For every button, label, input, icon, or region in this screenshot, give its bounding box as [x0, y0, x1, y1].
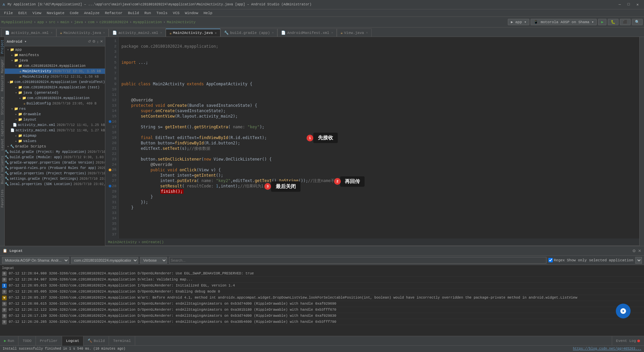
- java-dir[interactable]: java: [74, 20, 83, 24]
- tree-item-java-gen[interactable]: ▾ 📁 java (generated): [5, 90, 105, 95]
- menu-window[interactable]: Window: [182, 10, 201, 16]
- fab-button[interactable]: [616, 304, 631, 318]
- tree-item-main2activity[interactable]: ☕ Main2Activity 2020/7/12 12:31, 1.15 kB: [5, 69, 105, 74]
- tab-close[interactable]: ✕: [366, 31, 368, 35]
- tree-item-activity-main-xml[interactable]: 📄 activity_main.xml 2020/7/12 11:41, 1.2…: [5, 122, 105, 128]
- menu-analyze[interactable]: Analyze: [81, 10, 102, 16]
- tree-item-values[interactable]: ▸ 📁 values: [5, 138, 105, 144]
- package-selector[interactable]: com.c201801020224.myapplication: [71, 257, 138, 264]
- tree-item-com-package[interactable]: ▾ 📁 com.c201801020224.myapplication: [5, 63, 105, 69]
- logcat-settings-btn[interactable]: ⚙: [632, 249, 636, 253]
- menu-tools[interactable]: Tools: [154, 10, 170, 16]
- menu-navigate[interactable]: Navigate: [44, 10, 67, 16]
- package-dir[interactable]: c201801020224: [99, 20, 128, 24]
- main-dir[interactable]: main: [60, 20, 69, 24]
- tree-item-test[interactable]: ▸ 📁 com.c201801020224.myapplication (tes…: [5, 85, 105, 90]
- tab-close[interactable]: ✕: [215, 31, 217, 35]
- menu-edit[interactable]: Edit: [15, 10, 30, 16]
- menu-vcs[interactable]: VCS: [170, 10, 182, 16]
- build-variants-tab[interactable]: Build Variants: [0, 153, 4, 187]
- menu-file[interactable]: File: [1, 10, 15, 16]
- project-name[interactable]: MyApplication2: [1, 20, 32, 24]
- tree-item-app[interactable]: ▾ 📁 app: [5, 47, 105, 52]
- tab-close[interactable]: ✕: [103, 31, 105, 35]
- tab-profiler[interactable]: Profiler: [36, 336, 62, 346]
- regex-checkbox-label[interactable]: Regex: [548, 258, 565, 262]
- com-dir[interactable]: com: [88, 20, 95, 24]
- menu-help[interactable]: Help: [201, 10, 215, 16]
- resource-manager-tab[interactable]: Resource Manager: [0, 56, 4, 94]
- project-tab[interactable]: Project: [0, 37, 4, 56]
- level-selector[interactable]: Verbose: [140, 257, 167, 264]
- tab-close[interactable]: ✕: [331, 31, 333, 35]
- event-log-btn[interactable]: Event Log: [612, 336, 644, 346]
- tree-item-gradle-wrapper[interactable]: 🔧 gradle-wrapper.properties (Gradle Vers…: [5, 160, 105, 165]
- menu-view[interactable]: View: [30, 10, 44, 16]
- menu-refactor[interactable]: Refactor: [102, 10, 125, 16]
- run-btn[interactable]: ▶: [598, 19, 606, 25]
- tree-item-gradle-scripts[interactable]: ▾ 🔧 Gradle Scripts: [5, 144, 105, 149]
- tab-todo[interactable]: TODO: [18, 336, 36, 346]
- tree-item-bg-module[interactable]: 🔧 build.gradle (Module: app) 2020/7/12 9…: [5, 155, 105, 160]
- tab-activity-main2-xml[interactable]: 📄 activity_main2.xml ✕: [109, 29, 166, 37]
- tree-item-drawable[interactable]: ▸ 📁 drawable: [5, 112, 105, 117]
- show-only-selector[interactable]: [635, 257, 642, 264]
- tree-item-gradle-props[interactable]: 🔧 gradle.properties (Project Properties)…: [5, 171, 105, 176]
- tab-close[interactable]: ✕: [272, 31, 274, 35]
- tab-logcat[interactable]: Logcat: [62, 336, 84, 346]
- app-module[interactable]: app: [37, 20, 44, 24]
- tree-item-java[interactable]: ▾ 📁 java: [5, 58, 105, 63]
- stop-btn[interactable]: ⬛: [620, 19, 631, 25]
- tab-close[interactable]: ✕: [51, 31, 52, 35]
- structure-tab[interactable]: Structure: [0, 94, 4, 118]
- tree-item-androidtest[interactable]: ▸ 📁 com.c201801020224.myapplication (and…: [5, 79, 105, 85]
- tree-item-manifests[interactable]: ▸ 📁 manifests: [5, 52, 105, 58]
- tab-view-java[interactable]: ☕ View.java ✕: [337, 29, 371, 37]
- tree-item-proguard[interactable]: 🔧 proguard-rules.pro (ProGuard Rules for…: [5, 165, 105, 171]
- maximize-btn[interactable]: □: [625, 2, 633, 7]
- myapp-dir[interactable]: myapplication: [133, 20, 162, 24]
- tree-item-bg-project[interactable]: 🔧 build.gradle (Project: My Application)…: [5, 149, 105, 155]
- menu-run[interactable]: Run: [142, 10, 154, 16]
- debug-btn[interactable]: 🐛: [608, 19, 619, 25]
- search-everywhere-btn[interactable]: 🔍: [632, 19, 643, 25]
- tab-close[interactable]: ✕: [160, 31, 162, 35]
- minimize-btn[interactable]: —: [616, 2, 624, 7]
- tab-androidmanifest[interactable]: 📄 AndroidManifest.xml ✕: [277, 29, 337, 37]
- breadcrumb-oncreate[interactable]: onCreate(): [142, 240, 164, 244]
- tab-main2activity-java[interactable]: ☕ Main2Activity.java ✕: [166, 29, 220, 37]
- tree-item-layout[interactable]: ▾ 📁 layout: [5, 117, 105, 122]
- close-btn[interactable]: ✕: [634, 2, 641, 7]
- sync-btn[interactable]: ↺: [88, 39, 91, 44]
- mainactivity-file[interactable]: Main2Activity: [167, 20, 196, 24]
- status-right[interactable]: https://blog.csdn.net/qq=465263...: [573, 347, 641, 351]
- layout-captures-tab[interactable]: Layout Captures: [0, 118, 4, 153]
- src-dir[interactable]: src: [49, 20, 55, 24]
- run-config-selector[interactable]: ▶ app ▾: [508, 19, 529, 25]
- code-content[interactable]: package com.c201801020224.myapplication;…: [119, 37, 639, 238]
- tab-build-gradle[interactable]: 🔧 build.gradle (app) ✕: [220, 29, 277, 37]
- favorites-tab[interactable]: Favorites: [0, 187, 4, 210]
- tab-terminal[interactable]: Terminal: [109, 336, 135, 346]
- tree-item-res[interactable]: ▾ 📁 res: [5, 106, 105, 112]
- tree-item-activity-main2-xml[interactable]: 📄 activity_main2.xml 2020/7/12 11:48, 1.…: [5, 128, 105, 133]
- tree-item-local-props[interactable]: 🔧 local.properties (SDK Location) 2020/7…: [5, 181, 105, 187]
- logcat-search[interactable]: [169, 257, 546, 264]
- menu-code[interactable]: Code: [67, 10, 81, 16]
- tree-item-mainactivity[interactable]: ☕ MainActivity 2020/7/12 12:31, 1.58 kB: [5, 74, 105, 79]
- breadcrumb-main2[interactable]: Main2Activity: [108, 240, 137, 244]
- tab-activity-main-xml[interactable]: 📄 activity_main.xml ✕: [1, 29, 56, 37]
- expand-btn[interactable]: ↕: [97, 40, 99, 44]
- tree-item-mipmap[interactable]: ▸ 📁 mipmap: [5, 133, 105, 138]
- close-panel-btn[interactable]: ✕: [100, 39, 103, 44]
- logcat-close-btn[interactable]: ✕: [638, 249, 641, 253]
- regex-checkbox[interactable]: [548, 258, 553, 262]
- tree-item-buildconfig[interactable]: ☕ BuildConfig 2020/7/10 23:05, 469 B: [5, 101, 105, 106]
- tab-build[interactable]: 🔨 Build: [84, 336, 109, 346]
- tree-item-com-gen[interactable]: ▸ 📁 com.c201801020224.myapplication: [5, 95, 105, 101]
- tree-item-settings-gradle[interactable]: 🔧 settings.gradle (Project Settings) 202…: [5, 176, 105, 181]
- menu-build[interactable]: Build: [125, 10, 142, 16]
- tab-mainactivity-java[interactable]: ☕ MainActivity.java ✕: [56, 29, 109, 37]
- device-selector-logcat[interactable]: Motorola AOSP On Shama: Andr...: [2, 257, 69, 264]
- settings-btn[interactable]: ⚙: [92, 39, 96, 44]
